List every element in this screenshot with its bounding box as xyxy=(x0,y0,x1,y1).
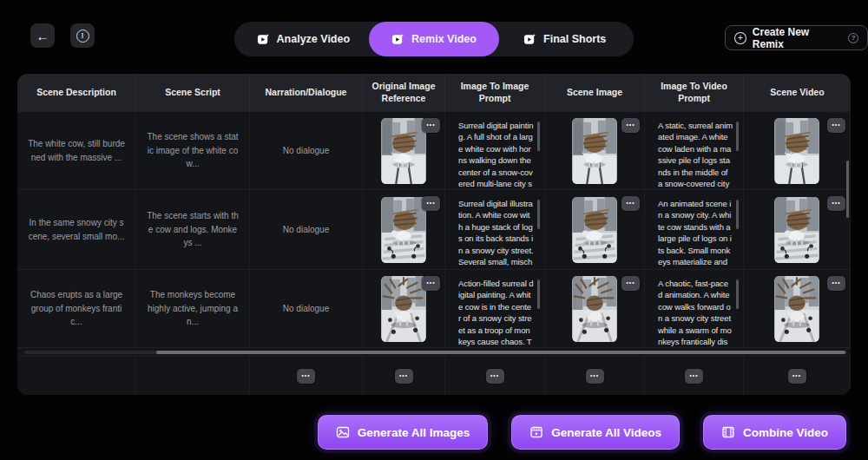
image-to-video-prompt-cell: A chaotic, fast-paced animation. A white… xyxy=(645,269,744,347)
column-header-narration-dialogue: Narration/Dialogue xyxy=(250,74,363,111)
video-camera-icon xyxy=(523,33,536,46)
ellipsis-menu-button[interactable] xyxy=(788,369,806,384)
image-to-image-prompt-cell: Surreal digital illustration. A white co… xyxy=(445,189,545,269)
scrollbar-thumb[interactable] xyxy=(736,200,739,229)
plus-circle-icon: + xyxy=(734,32,746,44)
original-image-reference-cell xyxy=(363,356,445,395)
vertical-scrollbar-thumb[interactable] xyxy=(846,161,849,218)
ellipsis-menu-button[interactable] xyxy=(422,196,440,211)
image-to-image-prompt-cell xyxy=(445,356,545,395)
original-image-reference-cell xyxy=(363,189,445,269)
prompt-text: A chaotic, fast-paced animation. A white… xyxy=(658,278,733,347)
scene-video-cell xyxy=(744,111,851,189)
ellipsis-menu-button[interactable] xyxy=(395,369,413,384)
scene-image-thumbnail[interactable] xyxy=(572,276,617,342)
ellipsis-menu-button[interactable] xyxy=(422,118,440,133)
scene-image-cell xyxy=(545,269,645,347)
tab-label: Remix Video xyxy=(411,33,477,45)
scene-description-cell: Chaos erupts as a large group of monkeys… xyxy=(17,269,136,347)
video-camera-icon xyxy=(257,33,270,46)
button-label: Generate All Images xyxy=(358,426,470,439)
scrollbar-thumb[interactable] xyxy=(156,351,845,354)
alert-circle-icon: ! xyxy=(76,30,89,43)
scene-video-thumbnail[interactable] xyxy=(774,118,819,184)
narration-cell: No dialogue xyxy=(250,269,363,347)
scrollbar-thumb[interactable] xyxy=(537,122,540,151)
scene-description-cell: The white cow, still burdened with the m… xyxy=(17,111,136,189)
column-header-scene-video: Scene Video xyxy=(744,74,851,111)
original-image-thumbnail[interactable] xyxy=(381,276,426,342)
back-arrow-icon: ← xyxy=(36,29,49,43)
tab-analyze-video[interactable]: Analyze Video xyxy=(238,22,369,56)
scene-video-thumbnail[interactable] xyxy=(774,197,819,263)
scene-image-cell xyxy=(545,111,645,189)
prompt-text: Surreal digital illustration. A white co… xyxy=(458,198,534,269)
video-frames-icon xyxy=(529,425,543,439)
tab-final-shorts[interactable]: Final Shorts xyxy=(499,22,630,56)
tab-label: Analyze Video xyxy=(277,33,351,45)
image-icon xyxy=(336,425,350,439)
scene-table: Scene Description Scene Script Narration… xyxy=(17,74,851,395)
ellipsis-menu-button[interactable] xyxy=(486,369,504,384)
scene-script-cell xyxy=(136,356,250,395)
scrollbar-thumb[interactable] xyxy=(537,279,540,309)
scene-image-cell xyxy=(545,356,645,395)
ellipsis-menu-button[interactable] xyxy=(586,369,604,384)
column-header-image-to-image-prompt: Image To Image Prompt xyxy=(445,74,545,111)
original-image-thumbnail[interactable] xyxy=(381,118,426,184)
ellipsis-menu-button[interactable] xyxy=(297,369,315,384)
scene-image-thumbnail[interactable] xyxy=(572,118,617,184)
button-label: Generate All Videos xyxy=(551,426,661,439)
original-image-reference-cell xyxy=(363,269,445,347)
combine-video-button[interactable]: Combine Video xyxy=(703,415,846,450)
ellipsis-menu-button[interactable] xyxy=(621,196,640,211)
narration-cell xyxy=(250,356,363,395)
scene-script-cell: The scene starts with the cow and logs. … xyxy=(136,189,250,269)
prompt-text: Action-filled surreal digital painting. … xyxy=(458,278,534,347)
scrollbar-thumb[interactable] xyxy=(736,279,739,309)
image-to-video-prompt-cell: A static, surreal animated image. A whit… xyxy=(645,111,744,189)
back-button[interactable]: ← xyxy=(30,23,55,48)
original-image-thumbnail[interactable] xyxy=(381,197,426,263)
ellipsis-menu-button[interactable] xyxy=(827,276,845,291)
generate-all-videos-button[interactable]: Generate All Videos xyxy=(511,415,680,450)
scene-description-cell xyxy=(17,356,136,395)
footer-actions: Generate All Images Generate All Videos … xyxy=(318,415,846,450)
column-header-scene-script: Scene Script xyxy=(136,74,250,111)
scene-script-cell: The scene shows a static image of the wh… xyxy=(136,111,250,189)
video-camera-icon xyxy=(391,33,404,46)
create-new-remix-button[interactable]: + Create New Remix ? xyxy=(725,25,868,50)
image-to-image-prompt-cell: Action-filled surreal digital painting. … xyxy=(445,269,545,347)
original-image-reference-cell xyxy=(363,111,445,189)
column-header-original-image-reference: Original Image Reference xyxy=(363,74,445,111)
column-header-image-to-video-prompt: Image To Video Prompt xyxy=(645,74,744,111)
ellipsis-menu-button[interactable] xyxy=(827,118,845,133)
prompt-text: An animated scene in a snowy city. A whi… xyxy=(658,198,733,269)
filmstrip-icon xyxy=(721,425,735,439)
image-to-video-prompt-cell: An animated scene in a snowy city. A whi… xyxy=(645,189,744,269)
ellipsis-menu-button[interactable] xyxy=(422,276,440,291)
generate-all-images-button[interactable]: Generate All Images xyxy=(318,415,488,450)
scene-video-cell xyxy=(744,269,851,347)
column-header-scene-image: Scene Image xyxy=(545,74,645,111)
tab-remix-video[interactable]: Remix Video xyxy=(369,22,500,56)
ellipsis-menu-button[interactable] xyxy=(621,276,640,291)
image-to-video-prompt-cell xyxy=(645,356,744,395)
narration-cell: No dialogue xyxy=(250,189,363,269)
help-icon: ? xyxy=(848,33,858,43)
prompt-text: A static, surreal animated image. A whit… xyxy=(658,120,733,189)
scrollbar-thumb[interactable] xyxy=(537,200,540,229)
scrollbar-thumb[interactable] xyxy=(736,122,739,151)
image-to-image-prompt-cell: Surreal digital painting. A full shot of… xyxy=(445,111,545,189)
remix-video-screen: ← ! Analyze Video Remix Video Final Shor… xyxy=(0,0,868,460)
narration-cell: No dialogue xyxy=(250,111,363,189)
alert-button[interactable]: ! xyxy=(70,23,95,48)
horizontal-scrollbar[interactable] xyxy=(17,347,851,356)
scene-video-thumbnail[interactable] xyxy=(774,276,819,342)
ellipsis-menu-button[interactable] xyxy=(621,118,640,133)
ellipsis-menu-button[interactable] xyxy=(685,369,703,384)
button-label: Combine Video xyxy=(743,426,828,439)
scene-video-cell xyxy=(744,189,851,269)
scene-image-thumbnail[interactable] xyxy=(572,197,617,263)
ellipsis-menu-button[interactable] xyxy=(827,196,845,211)
